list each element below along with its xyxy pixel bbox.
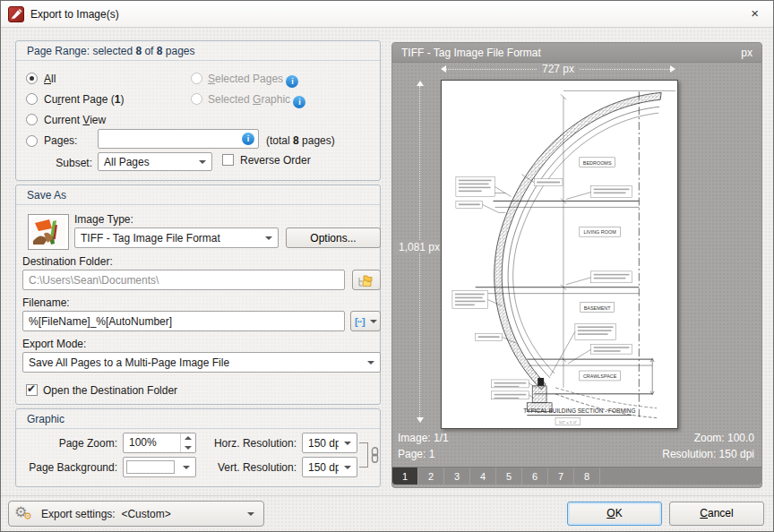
horz-resolution-value: 150 dpi (303, 437, 339, 450)
preview-unit-label: px (741, 43, 752, 63)
vert-resolution-dropdown[interactable]: 150 dpi (302, 457, 357, 477)
options-button[interactable]: Options... (286, 227, 381, 248)
room-label-basement: BASEMENT (584, 305, 612, 311)
pages-input[interactable] (99, 130, 258, 148)
cancel-button[interactable]: Cancel (669, 502, 764, 526)
image-type-icon (28, 214, 69, 250)
info-icon[interactable]: i (242, 133, 254, 145)
radio-current-view-label[interactable]: Current View (44, 114, 106, 126)
image-type-dropdown[interactable]: TIFF - Tag Image File Format (74, 227, 279, 248)
export-settings-text: Export settings: <Custom> (38, 508, 242, 520)
browse-folder-button[interactable] (352, 270, 381, 290)
chevron-down-icon (367, 361, 374, 365)
width-dimension: 727 px (537, 63, 580, 75)
close-icon[interactable]: × (751, 5, 759, 21)
info-icon[interactable]: i (286, 75, 298, 88)
destination-folder-label: Destination Folder: (22, 255, 113, 268)
page-cell-2[interactable]: 2 (418, 468, 444, 485)
preview-drawing: BEDROOMS LIVING ROOM BASEMENT CRAWLSPACE (442, 81, 677, 428)
page-zoom-spinner[interactable]: 100% (123, 433, 196, 453)
page-zoom-label: Page Zoom: (37, 437, 117, 450)
page-thumbnail-strip: 1 2 3 4 5 6 7 8 (392, 467, 761, 485)
preview-panel: TIFF - Tag Image File Format px 727 px 1… (391, 42, 762, 488)
radio-pages[interactable] (26, 135, 38, 147)
chevron-down-icon (247, 512, 254, 516)
export-mode-label: Export Mode: (22, 338, 86, 350)
destination-folder-box (22, 270, 345, 290)
color-swatch (126, 460, 175, 474)
horz-resolution-dropdown[interactable]: 150 dpi (302, 433, 357, 453)
chevron-down-icon (370, 320, 377, 323)
page-cell-6[interactable]: 6 (522, 468, 548, 485)
page-range-title: Page Range: selected 8 of 8 pages (16, 41, 380, 61)
graphic-title: Graphic (16, 409, 380, 429)
filename-input[interactable] (23, 312, 344, 330)
page-cell-1[interactable]: 1 (392, 468, 418, 485)
radio-all-label[interactable]: All (44, 73, 56, 85)
radio-current-view[interactable] (26, 114, 38, 125)
info-icon[interactable]: i (293, 96, 305, 108)
destination-folder-input[interactable] (23, 270, 344, 289)
page-background-label: Page Background: (19, 461, 117, 474)
radio-selected-pages (191, 73, 202, 84)
gears-icon: ⚙ ⚙ (14, 504, 38, 524)
spinner-up-icon[interactable] (181, 433, 195, 443)
open-destination-checkbox[interactable]: ✔ (26, 384, 38, 396)
page-cell-3[interactable]: 3 (444, 468, 470, 485)
subset-value: All Pages (99, 156, 194, 168)
export-mode-value: Save All Pages to a Multi-Page Image Fil… (23, 356, 362, 369)
page-cell-5[interactable]: 5 (496, 468, 522, 485)
preview-format-title: TIFF - Tag Image File Format (401, 43, 541, 63)
export-to-images-dialog: Export to Image(s) × Page Range: selecte… (0, 0, 774, 532)
page-background-dropdown[interactable] (123, 457, 196, 477)
page-cell-7[interactable]: 7 (548, 468, 574, 485)
radio-current-page[interactable] (26, 93, 38, 105)
room-label-living-room: LIVING ROOM (584, 229, 617, 235)
ok-button[interactable]: OK (567, 502, 662, 526)
image-type-value: TIFF - Tag Image File Format (75, 232, 260, 245)
chevron-down-icon (344, 466, 351, 469)
filename-macro-button[interactable]: [··] (350, 311, 381, 331)
export-settings-button[interactable]: ⚙ ⚙ Export settings: <Custom> (8, 501, 264, 527)
reverse-order-label[interactable]: Reverse Order (240, 154, 311, 167)
arrow-down-icon (417, 417, 424, 423)
pages-input-box: i (98, 129, 259, 149)
height-dimension: 1,081 px (394, 241, 444, 253)
arrow-right-icon (670, 65, 675, 73)
chevron-down-icon (344, 442, 351, 445)
room-label-bedrooms: BEDROOMS (583, 160, 612, 166)
footer-divider (1, 495, 774, 496)
image-info: Image: 1/1 (398, 432, 449, 444)
page-zoom-value: 100% (124, 433, 180, 452)
preview-header: TIFF - Tag Image File Format px (392, 43, 761, 63)
macro-brackets-icon: [··] (351, 316, 365, 327)
page-info: Page: 1 (398, 448, 434, 460)
export-mode-dropdown[interactable]: Save All Pages to a Multi-Page Image Fil… (22, 352, 381, 373)
chevron-down-icon (265, 236, 272, 240)
page-cell-8[interactable]: 8 (574, 468, 600, 485)
drawing-scale: 1/2" = 1'-0" (559, 420, 578, 425)
page-cell-4[interactable]: 4 (470, 468, 496, 485)
radio-current-page-label[interactable]: Current Page (1) (44, 93, 124, 106)
radio-all[interactable] (26, 73, 38, 84)
radio-pages-label[interactable]: Pages: (44, 134, 77, 147)
preview-page[interactable]: BEDROOMS LIVING ROOM BASEMENT CRAWLSPACE (441, 80, 678, 429)
chain-link-icon[interactable] (371, 447, 379, 463)
check-icon: ✔ (27, 382, 36, 395)
subset-label: Subset: (51, 157, 92, 169)
radio-selected-graphic-label: Selected Graphic i (208, 93, 305, 108)
image-type-label: Image Type: (74, 213, 133, 226)
spinner-down-icon[interactable] (181, 443, 195, 453)
filename-box (22, 311, 345, 331)
save-as-title: Save As (16, 185, 380, 205)
title-bar: Export to Image(s) × (1, 1, 773, 28)
open-destination-label[interactable]: Open the Destination Folder (43, 384, 177, 397)
chevron-down-icon (199, 160, 206, 164)
vert-resolution-value: 150 dpi (303, 461, 339, 474)
app-logo-icon (8, 6, 24, 22)
radio-selected-pages-label: Selected Pages i (208, 73, 298, 88)
resolution-link-bracket (359, 442, 368, 468)
reverse-order-checkbox[interactable] (222, 154, 234, 166)
subset-dropdown[interactable]: All Pages (98, 152, 212, 171)
vert-resolution-label: Vert. Resolution: (200, 461, 297, 474)
